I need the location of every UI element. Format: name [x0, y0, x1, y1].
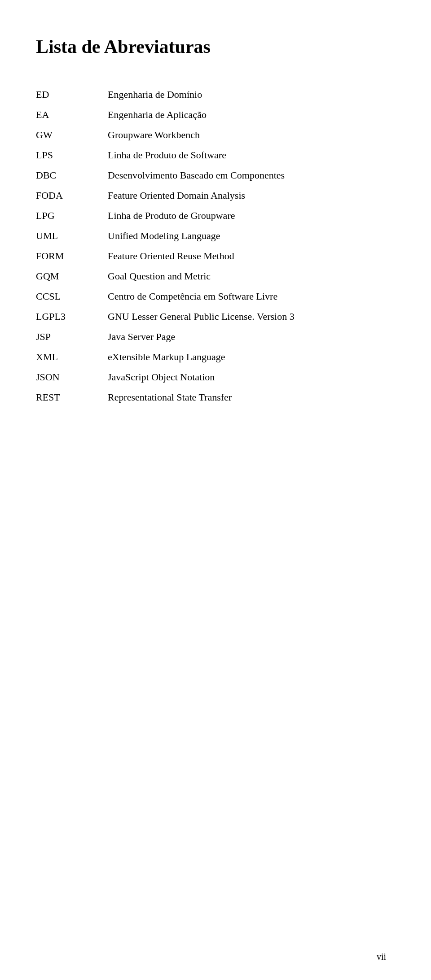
abbreviation-definition: Linha de Produto de Groupware	[108, 205, 386, 226]
abbreviation-code: JSP	[36, 327, 108, 347]
page-container: Lista de Abreviaturas EDEngenharia de Do…	[0, 0, 431, 980]
abbreviation-definition: Linha de Produto de Software	[108, 145, 386, 165]
page-number: vii	[377, 952, 386, 962]
abbreviation-definition: Centro de Competência em Software Livre	[108, 286, 386, 306]
table-row: FODAFeature Oriented Domain Analysis	[36, 185, 386, 205]
abbreviation-definition: Feature Oriented Domain Analysis	[108, 185, 386, 205]
abbreviation-definition: Representational State Transfer	[108, 387, 386, 407]
abbreviation-code: GW	[36, 125, 108, 145]
table-row: LPGLinha de Produto de Groupware	[36, 205, 386, 226]
abbreviation-definition: Java Server Page	[108, 327, 386, 347]
abbreviation-code: ED	[36, 84, 108, 105]
table-row: LGPL3GNU Lesser General Public License. …	[36, 306, 386, 327]
abbreviation-code: DBC	[36, 165, 108, 185]
abbreviation-code: LPS	[36, 145, 108, 165]
table-row: LPSLinha de Produto de Software	[36, 145, 386, 165]
abbreviation-code: EA	[36, 105, 108, 125]
abbreviation-code: GQM	[36, 266, 108, 286]
abbreviation-definition: Engenharia de Domínio	[108, 84, 386, 105]
table-row: EDEngenharia de Domínio	[36, 84, 386, 105]
abbreviation-definition: eXtensible Markup Language	[108, 347, 386, 367]
table-row: RESTRepresentational State Transfer	[36, 387, 386, 407]
abbreviation-code: CCSL	[36, 286, 108, 306]
table-row: JSPJava Server Page	[36, 327, 386, 347]
abbreviation-code: FODA	[36, 185, 108, 205]
table-row: EAEngenharia de Aplicação	[36, 105, 386, 125]
abbreviation-definition: JavaScript Object Notation	[108, 367, 386, 387]
abbreviation-definition: Feature Oriented Reuse Method	[108, 246, 386, 266]
abbreviation-definition: Engenharia de Aplicação	[108, 105, 386, 125]
abbreviation-definition: GNU Lesser General Public License. Versi…	[108, 306, 386, 327]
table-row: FORMFeature Oriented Reuse Method	[36, 246, 386, 266]
abbreviation-code: REST	[36, 387, 108, 407]
abbreviation-code: FORM	[36, 246, 108, 266]
abbreviation-code: XML	[36, 347, 108, 367]
page-title: Lista de Abreviaturas	[36, 36, 386, 57]
table-row: UMLUnified Modeling Language	[36, 226, 386, 246]
abbreviation-code: LGPL3	[36, 306, 108, 327]
table-row: GWGroupware Workbench	[36, 125, 386, 145]
table-row: JSONJavaScript Object Notation	[36, 367, 386, 387]
abbreviation-code: JSON	[36, 367, 108, 387]
abbreviation-code: LPG	[36, 205, 108, 226]
abbreviation-definition: Unified Modeling Language	[108, 226, 386, 246]
abbreviation-code: UML	[36, 226, 108, 246]
table-row: XMLeXtensible Markup Language	[36, 347, 386, 367]
abbreviations-table: EDEngenharia de DomínioEAEngenharia de A…	[36, 84, 386, 407]
table-row: GQMGoal Question and Metric	[36, 266, 386, 286]
abbreviation-definition: Goal Question and Metric	[108, 266, 386, 286]
abbreviation-definition: Groupware Workbench	[108, 125, 386, 145]
abbreviation-definition: Desenvolvimento Baseado em Componentes	[108, 165, 386, 185]
table-row: CCSLCentro de Competência em Software Li…	[36, 286, 386, 306]
table-row: DBCDesenvolvimento Baseado em Componente…	[36, 165, 386, 185]
